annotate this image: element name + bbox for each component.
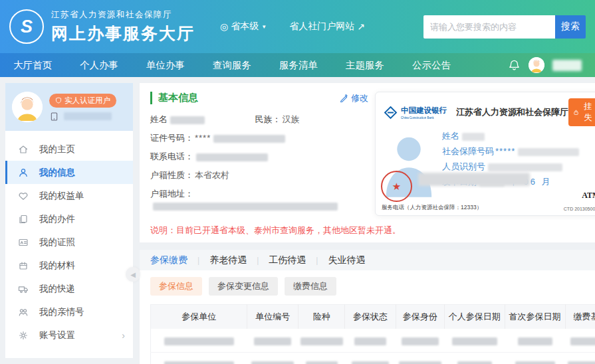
- sidebar-item[interactable]: 我的亲情号: [5, 300, 133, 323]
- table-row[interactable]: [151, 329, 595, 353]
- card-code: CTD 201305001-HCo: [564, 207, 595, 211]
- sidebar-item-label: 我的证照: [39, 236, 75, 248]
- sidebar-menu: 我的主页我的信息我的权益单我的办件我的证照我的材料我的快递我的亲情号账号设置›: [5, 131, 133, 347]
- nav-item-1[interactable]: 大厅首页: [13, 59, 52, 72]
- field-label: 社会保障号码: [442, 146, 494, 156]
- redacted-value: [570, 337, 595, 345]
- table-cell: [505, 353, 565, 364]
- topbar: S 江苏省人力资源和社会保障厅 网上办事服务大厅 ◎ 省本级 ▼ 省人社门户网站…: [0, 0, 595, 53]
- docs-icon: [18, 214, 29, 225]
- sidebar-item-label: 我的亲情号: [39, 306, 84, 318]
- table-header-cell: 单位编号: [247, 305, 298, 329]
- subtab-3[interactable]: 缴费信息: [285, 277, 336, 296]
- masked-prefix: *****: [495, 146, 515, 156]
- table-cell: [505, 329, 565, 353]
- bank-name-en: China Construction Bank: [401, 116, 442, 119]
- tab-3[interactable]: 工伤待遇: [259, 254, 316, 266]
- red-seal-icon: ★: [381, 171, 412, 202]
- bell-icon[interactable]: [508, 59, 521, 72]
- redacted-value: [515, 361, 555, 364]
- nav-item-4[interactable]: 查询服务: [213, 59, 251, 72]
- info-field: 姓名: [442, 130, 579, 142]
- user-avatar[interactable]: [529, 57, 544, 73]
- nav-item-2[interactable]: 个人办事: [80, 59, 118, 72]
- info-field: 姓名: [150, 114, 255, 126]
- tab-1[interactable]: 参保缴费: [150, 254, 197, 266]
- tabs-row: 参保缴费|养老待遇|工伤待遇|失业待遇: [140, 250, 595, 270]
- table-cell: [345, 353, 396, 364]
- bank-name: 中国建设银行: [401, 106, 447, 116]
- verified-badge: 实人认证用户: [49, 94, 116, 108]
- portal-name: 网上办事服务大厅: [51, 23, 195, 45]
- info-field: 证件号码：****: [150, 132, 368, 144]
- sidebar-item[interactable]: 我的办件: [5, 207, 133, 230]
- redacted-value: [196, 153, 268, 161]
- family-icon: [18, 307, 29, 318]
- redacted-value: [352, 361, 389, 364]
- masked-prefix: ****: [195, 133, 211, 143]
- gear-icon: [18, 330, 29, 341]
- field-value: 本省农村: [195, 170, 229, 180]
- nav-item-6[interactable]: 主题服务: [346, 59, 384, 72]
- table-cell: [247, 329, 298, 353]
- subtab-2[interactable]: 参保变更信息: [209, 277, 278, 296]
- table-cell: [444, 329, 505, 353]
- nav-item-3[interactable]: 单位办事: [146, 59, 185, 72]
- field-label: 姓名: [150, 114, 168, 124]
- tab-4[interactable]: 失业待遇: [318, 254, 375, 266]
- field-label: 证件号码：: [150, 133, 193, 143]
- caret-down-icon: ▼: [261, 24, 267, 30]
- info-field: 联系电话：: [150, 151, 368, 163]
- nav-item-7[interactable]: 公示公告: [412, 59, 451, 72]
- table-header-cell: 参保单位: [151, 305, 247, 329]
- bank-logo-icon: [384, 106, 398, 120]
- info-field: 户籍性质：本省农村: [150, 169, 368, 181]
- table-cell: [565, 329, 595, 353]
- search-button[interactable]: 搜索: [555, 15, 586, 39]
- notice-text: 说明：目前已开通省本级、泰州市查询服务，其他地区暂未开通。: [150, 225, 595, 236]
- redacted-value: [462, 133, 485, 141]
- truck-icon: [18, 284, 29, 294]
- nav-menu: 大厅首页个人办事单位办事查询服务服务清单主题服务公示公告: [13, 59, 479, 72]
- tab-2[interactable]: 养老待遇: [199, 254, 257, 266]
- main-area: 基本信息 修改 姓名民族：汉族证件号码：****联系电话：户籍性质：本省农村户籍…: [140, 83, 595, 358]
- sidebar-item-label: 我的快递: [39, 283, 75, 295]
- table-header-cell: 参保状态: [345, 305, 396, 329]
- insurance-table-wrap: 参保单位单位编号险种参保状态参保身份个人参保日期首次参保日期缴费基数: [140, 298, 595, 364]
- redacted-value: [164, 337, 234, 345]
- table-header-cell: 个人参保日期: [444, 305, 505, 329]
- rights-icon: [18, 191, 29, 201]
- field-label: 联系电话：: [150, 151, 193, 161]
- sidebar-item[interactable]: 我的主页: [5, 137, 133, 161]
- social-security-card: 中国建设银行 China Construction Bank 江苏省人力资源和社…: [375, 92, 595, 216]
- redacted-value: [153, 203, 338, 211]
- region-selector[interactable]: ◎ 省本级 ▼: [220, 21, 267, 33]
- sidebar-item[interactable]: 我的证照: [5, 230, 133, 254]
- phone-number-redacted: [64, 112, 112, 120]
- report-loss-button[interactable]: 挂失 ›: [568, 98, 595, 126]
- table-cell: [444, 353, 505, 364]
- sidebar-item[interactable]: 我的权益单: [5, 184, 133, 207]
- redacted-value: [518, 148, 579, 156]
- search-bar: 搜索: [423, 15, 586, 39]
- sidebar-user-panel: 实人认证用户: [5, 83, 133, 131]
- table-header-cell: 首次参保日期: [505, 305, 565, 329]
- insurance-table: 参保单位单位编号险种参保状态参保身份个人参保日期首次参保日期缴费基数: [150, 304, 595, 364]
- sidebar-item[interactable]: 我的信息: [5, 161, 133, 184]
- edit-button[interactable]: 修改: [340, 92, 368, 104]
- table-row[interactable]: [151, 353, 595, 364]
- sidebar-item-label: 我的材料: [39, 260, 75, 272]
- search-input[interactable]: [423, 15, 555, 39]
- license-icon: [18, 237, 29, 248]
- portal-site-link[interactable]: 省人社门户网站 ↗: [289, 21, 365, 33]
- table-cell: [151, 329, 247, 353]
- sidebar-item[interactable]: 账号设置›: [5, 323, 133, 347]
- table-header-row: 参保单位单位编号险种参保状态参保身份个人参保日期首次参保日期缴费基数: [151, 305, 595, 329]
- atm-label: ATM: [582, 191, 595, 200]
- subtab-1[interactable]: 参保信息: [150, 277, 202, 296]
- sidebar-item[interactable]: 我的快递: [5, 277, 133, 300]
- sidebar-collapse-button[interactable]: ◀: [126, 267, 140, 282]
- field-label: 户籍地址：: [150, 189, 193, 199]
- nav-item-5[interactable]: 服务清单: [279, 59, 318, 72]
- sidebar-item[interactable]: 我的材料: [5, 254, 133, 277]
